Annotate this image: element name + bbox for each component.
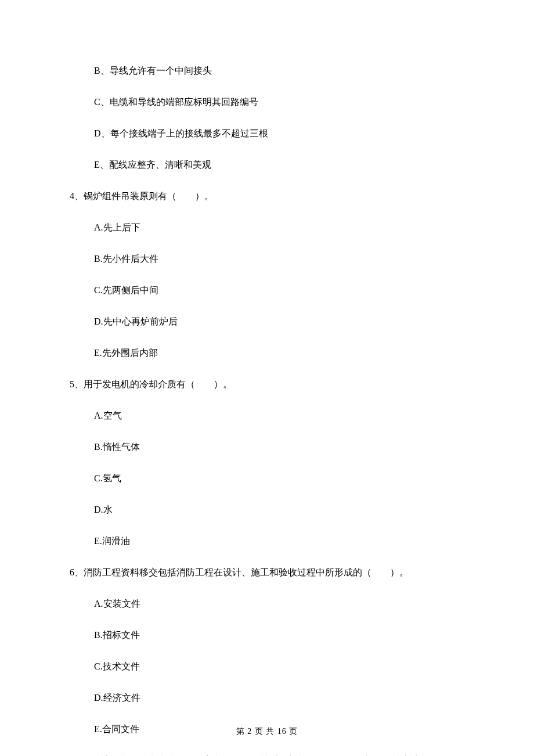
question-4: 4、锅炉组件吊装原则有（ ）。 (70, 189, 464, 203)
q6-option-d: D.经济文件 (94, 691, 464, 705)
question-7: 7、焊接变形与焊接应力之间存在着相互依存的关系，并与（ ）等因素有很大关系。 (70, 754, 464, 756)
q6-option-c: C.技术文件 (94, 660, 464, 674)
q4-option-d: D.先中心再炉前炉后 (94, 315, 464, 329)
page-footer: 第 2 页 共 16 页 (0, 725, 534, 737)
q4-option-c: C.先两侧后中间 (94, 283, 464, 297)
question-6: 6、消防工程资料移交包括消防工程在设计、施工和验收过程中所形成的（ ）。 (70, 566, 464, 579)
option-b: B、导线允许有一个中间接头 (94, 64, 464, 78)
document-page: B、导线允许有一个中间接头 C、电缆和导线的端部应标明其回路编号 D、每个接线端… (0, 0, 534, 756)
q5-option-d: D.水 (94, 503, 464, 517)
q4-option-a: A.先上后下 (94, 221, 464, 235)
option-d: D、每个接线端子上的接线最多不超过三根 (94, 127, 464, 141)
q6-option-a: A.安装文件 (94, 597, 464, 611)
q4-option-b: B.先小件后大件 (94, 252, 464, 266)
q6-option-b: B.招标文件 (94, 628, 464, 642)
q5-option-c: C.氢气 (94, 471, 464, 485)
q4-option-e: E.先外围后内部 (94, 346, 464, 360)
question-5: 5、用于发电机的冷却介质有（ ）。 (70, 377, 464, 391)
option-e: E、配线应整齐、清晰和美观 (94, 158, 464, 172)
q5-option-b: B.惰性气体 (94, 440, 464, 454)
option-c: C、电缆和导线的端部应标明其回路编号 (94, 95, 464, 109)
q5-option-e: E.润滑油 (94, 534, 464, 548)
q5-option-a: A.空气 (94, 409, 464, 423)
